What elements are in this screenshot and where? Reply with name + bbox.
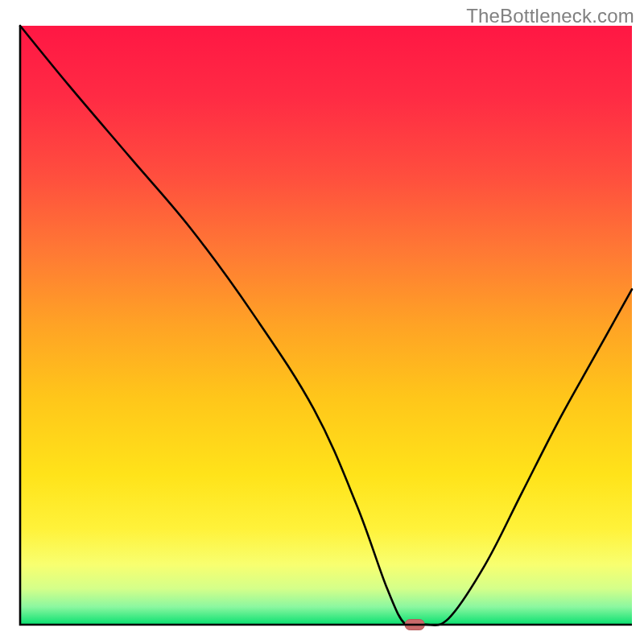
bottleneck-chart bbox=[0, 0, 644, 644]
watermark-label: TheBottleneck.com bbox=[466, 5, 634, 27]
gradient-background bbox=[20, 26, 632, 625]
